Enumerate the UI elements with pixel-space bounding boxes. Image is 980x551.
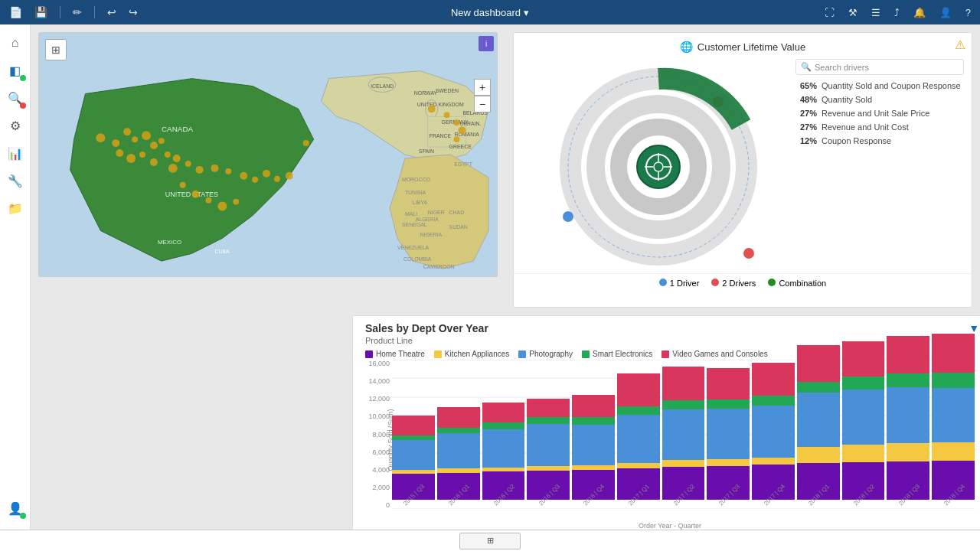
- bar-group: 2016 | Q2: [482, 403, 525, 509]
- bar-group: 2018 | Q4: [932, 334, 975, 509]
- bar-segment: [572, 417, 615, 425]
- bar-segment: [572, 425, 615, 466]
- user-icon[interactable]: 👤: [936, 5, 955, 20]
- svg-text:SUDAN: SUDAN: [449, 224, 468, 230]
- bar-segment: [437, 433, 480, 468]
- sidebar-item-folder[interactable]: 📁: [3, 196, 28, 220]
- svg-text:NIGER: NIGER: [428, 210, 445, 215]
- legend-dot: [768, 279, 776, 286]
- legend-item: Combination: [768, 279, 826, 288]
- svg-text:ALGERIA: ALGERIA: [416, 217, 439, 222]
- y-label: 10,000: [365, 412, 392, 420]
- svg-point-58: [286, 172, 293, 180]
- help-icon[interactable]: ?: [962, 5, 974, 20]
- map-visualization: CANADA UNITED STATES MEXICO CUBA ICELAND…: [39, 33, 497, 276]
- stacked-bar: [797, 345, 840, 500]
- svg-point-67: [453, 119, 459, 126]
- dashboard-title[interactable]: New dashboard ▾: [451, 7, 529, 18]
- sidebar-item-home[interactable]: ⌂: [3, 31, 28, 55]
- bar-segment: [482, 429, 525, 468]
- clv-drivers-list: 🔍 Search drivers 65% Quantity Sold and C…: [795, 56, 964, 270]
- zoom-out-button[interactable]: −: [474, 96, 491, 112]
- map-layers-button[interactable]: ⊞: [45, 39, 67, 60]
- bar-segment: [707, 409, 750, 459]
- y-label: 6,000: [365, 448, 392, 456]
- svg-text:EGYPT: EGYPT: [454, 161, 472, 167]
- stacked-bar: [437, 406, 480, 500]
- bar-segment: [752, 363, 795, 396]
- legend-swatch: [518, 350, 526, 358]
- svg-text:UNITED STATES: UNITED STATES: [165, 191, 218, 198]
- legend-label: Smart Electronics: [593, 350, 652, 358]
- bar-segment: [752, 406, 795, 458]
- chart-area: Quantity Sold (Sum) 2015 | Q32016 | Q120…: [353, 360, 980, 536]
- legend-item: Photography: [518, 350, 573, 358]
- svg-text:TUNISIA: TUNISIA: [405, 190, 426, 195]
- share-icon[interactable]: ⤴: [891, 5, 903, 20]
- stacked-bar: [932, 334, 975, 500]
- stacked-bar: [527, 399, 570, 500]
- sales-legend: Home TheatreKitchen AppliancesPhotograph…: [353, 348, 980, 360]
- svg-point-53: [225, 168, 231, 174]
- save-icon[interactable]: 💾: [31, 5, 51, 20]
- zoom-in-button[interactable]: +: [474, 79, 491, 96]
- edit-icon[interactable]: ✏: [70, 5, 85, 20]
- bar-group: 2017 | Q1: [617, 373, 660, 509]
- svg-point-49: [168, 164, 178, 173]
- bar-segment: [797, 393, 840, 446]
- map-info-button[interactable]: i: [479, 36, 494, 51]
- filter-icon[interactable]: ▼: [969, 322, 979, 334]
- clv-panel: 🌐 Customer Lifetime Value ⚠: [513, 32, 972, 308]
- driver-row: 65% Quantity Sold and Coupon Response: [795, 81, 964, 90]
- separator-1: [60, 6, 60, 18]
- bar-segment: [527, 417, 570, 424]
- svg-point-40: [142, 131, 151, 140]
- driver-row: 27% Revenue and Unit Sale Price: [795, 109, 964, 118]
- sidebar-item-settings[interactable]: ⚙: [3, 113, 28, 138]
- svg-text:LIBYA: LIBYA: [413, 200, 428, 205]
- bar-segment: [392, 416, 435, 435]
- bottom-tab[interactable]: ⊞: [459, 533, 521, 549]
- svg-point-73: [637, 145, 680, 188]
- bar-group: 2016 | Q4: [572, 395, 615, 509]
- bar-segment: [662, 367, 705, 400]
- svg-text:SPAIN: SPAIN: [419, 148, 434, 154]
- svg-text:CHAD: CHAD: [449, 210, 465, 215]
- svg-point-42: [158, 138, 165, 144]
- expand-icon[interactable]: ⛶: [822, 5, 838, 20]
- driver-row: 48% Quantity Sold: [795, 95, 964, 104]
- map-zoom-controls: + −: [474, 79, 491, 112]
- bar-segment: [482, 422, 525, 429]
- svg-point-51: [196, 166, 204, 174]
- legend-item: Home Theatre: [365, 350, 425, 358]
- search-drivers-input[interactable]: 🔍 Search drivers: [795, 59, 964, 75]
- driver-pct: 65%: [795, 81, 817, 90]
- sidebar-item-tools[interactable]: 🔧: [3, 168, 28, 193]
- y-label: 14,000: [365, 377, 392, 385]
- sidebar-item-chart[interactable]: 📊: [3, 141, 28, 165]
- svg-point-36: [96, 133, 105, 142]
- redo-icon[interactable]: ↪: [126, 5, 141, 20]
- tools-icon[interactable]: ⚒: [845, 5, 861, 20]
- undo-icon[interactable]: ↩: [104, 5, 119, 20]
- drivers-container: 65% Quantity Sold and Coupon Response 48…: [795, 81, 964, 145]
- legend-dot: [659, 279, 667, 286]
- bar-segment: [707, 459, 750, 466]
- bar-segment: [842, 390, 885, 445]
- green-dot: [20, 75, 26, 81]
- svg-text:GREECE: GREECE: [449, 144, 472, 149]
- svg-text:ROMANIA: ROMANIA: [454, 132, 479, 137]
- svg-text:ICELAND: ICELAND: [371, 83, 394, 89]
- bar-group: 2018 | Q1: [797, 345, 840, 509]
- sidebar-item-layers[interactable]: ◧: [3, 58, 28, 83]
- menu-icon[interactable]: ☰: [868, 5, 884, 20]
- file-new-icon[interactable]: 📄: [6, 5, 25, 20]
- svg-point-52: [211, 165, 218, 172]
- sidebar: ⌂ ◧ 🔍 ⚙ 📊 🔧 📁 👤 ＋: [0, 24, 31, 551]
- driver-pct: 12%: [795, 136, 817, 145]
- clv-legend: 1 Driver2 DriversCombination: [514, 273, 972, 292]
- sidebar-item-user[interactable]: 👤: [3, 496, 28, 520]
- bell-icon[interactable]: 🔔: [910, 5, 929, 20]
- svg-text:MALI: MALI: [405, 211, 417, 217]
- sidebar-item-search[interactable]: 🔍: [3, 86, 28, 110]
